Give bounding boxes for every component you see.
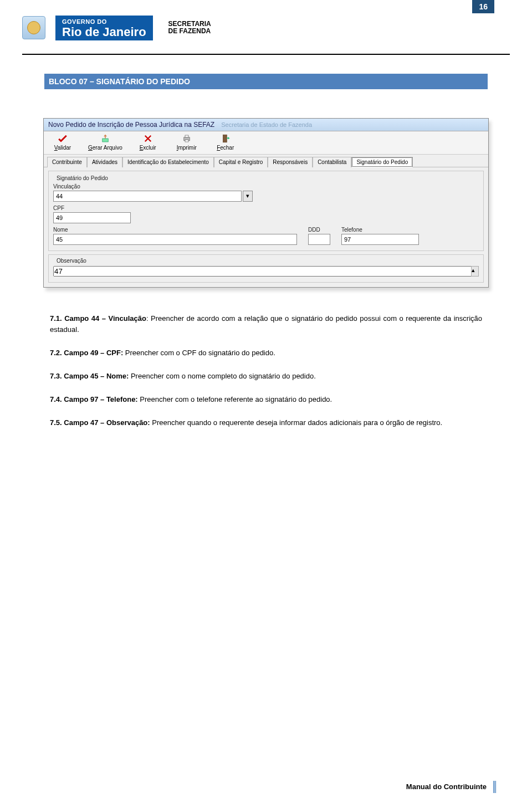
nome-label: Nome [53,227,297,233]
gov-logo-block: GOVERNO DO Rio de Janeiro [55,16,153,40]
delete-icon [143,134,153,144]
svg-rect-2 [185,135,188,137]
cpf-label: CPF [53,205,479,211]
page-number: 16 [472,0,494,13]
tab-contribuinte[interactable]: Contribuinte [47,157,87,167]
p3-rest: Preencher com o nome completo do signatá… [129,372,315,380]
chevron-down-icon[interactable]: ▾ [243,191,253,202]
imprimir-label: Imprimir [177,145,197,151]
observacao-legend: Observação [54,258,89,264]
section-title: BLOCO 07 – SIGNATÁRIO DO PEDIDO [44,74,488,89]
observacao-field[interactable] [53,266,472,277]
paragraph-7-4: 7.4. Campo 97 – Telefone: Preencher com … [50,394,482,405]
vinculacao-select[interactable] [53,191,242,202]
secretariat-line2: DE FAZENDA [168,28,211,35]
svg-rect-0 [103,139,109,142]
vinculacao-label: Vinculação [53,183,479,190]
header-rule [22,54,510,55]
excluir-button[interactable]: Excluir [135,134,161,151]
footer-stripes-icon [493,781,497,793]
cpf-field[interactable] [53,212,131,223]
fechar-button[interactable]: Fechar [212,134,239,151]
telefone-field[interactable] [341,234,419,245]
paragraph-7-3: 7.3. Campo 45 – Nome: Preencher com o no… [50,371,482,382]
p3-bold: 7.3. Campo 45 – Nome: [50,372,129,380]
state-crest-icon [22,16,45,39]
scrollbar-icon[interactable]: ▴ [471,266,479,277]
svg-rect-3 [185,140,188,142]
tab-responsaveis[interactable]: Responsáveis [268,157,313,167]
p5-rest: Preencher quando o requerente deseja inf… [150,418,443,427]
window-tabs: Contribuinte Atividades Identificação do… [44,155,488,167]
excluir-label: Excluir [140,145,156,151]
p5-bold: 7.5. Campo 47 – Observação: [50,418,150,427]
tab-contabilista[interactable]: Contabilista [313,157,351,167]
nome-field[interactable] [53,234,297,245]
tab-atividades[interactable]: Atividades [87,157,122,167]
telefone-label: Telefone [341,227,419,233]
signatario-groupbox: Signatário do Pedido Vinculação ▾ CPF No… [48,171,484,251]
p1-bold: 7.1. Campo 44 – Vinculação [50,314,146,323]
document-header: GOVERNO DO Rio de Janeiro SECRETARIA DE … [22,16,510,40]
validar-button[interactable]: Validar [49,134,76,151]
print-icon [182,134,192,144]
ddd-label: DDD [308,227,330,233]
secretariat-block: SECRETARIA DE FAZENDA [168,21,211,36]
p2-rest: Preencher com o CPF do signatário do ped… [123,349,275,357]
check-icon [58,134,68,144]
paragraph-7-5: 7.5. Campo 47 – Observação: Preencher qu… [50,417,482,428]
groupbox-legend: Signatário do Pedido [54,175,110,181]
tab-signatario[interactable]: Signatário do Pedido [351,157,413,167]
p4-rest: Preencher com o telefone referente ao si… [138,395,332,403]
tab-identificacao[interactable]: Identificação do Estabelecimento [122,157,214,167]
observacao-groupbox: Observação ▴ [48,254,484,283]
ddd-field[interactable] [308,234,330,245]
validar-label: Validar [54,145,71,151]
fechar-label: Fechar [217,145,234,151]
tab-capital[interactable]: Capital e Registro [214,157,268,167]
gov-line2: Rio de Janeiro [62,25,146,38]
window-title: Novo Pedido de Inscrição de Pessoa Juríd… [48,121,214,129]
gerar-arquivo-button[interactable]: Gerar Arquivo [88,134,122,151]
door-icon [221,134,231,144]
paragraph-7-2: 7.2. Campo 49 – CPF: Preencher com o CPF… [50,347,482,359]
window-titlebar: Novo Pedido de Inscrição de Pessoa Juríd… [44,119,488,131]
paragraph-7-1: 7.1. Campo 44 – Vinculação: Preencher de… [50,313,482,335]
imprimir-button[interactable]: Imprimir [173,134,200,151]
body-text: 7.1. Campo 44 – Vinculação: Preencher de… [50,313,482,429]
p2-bold: 7.2. Campo 49 – CPF: [50,349,123,357]
footer-text: Manual do Contribuinte [406,782,490,791]
export-icon [100,134,110,144]
gerar-label: Gerar Arquivo [88,145,122,151]
window-subtitle: Secretaria de Estado de Fazenda [221,121,312,128]
legacy-window: Novo Pedido de Inscrição de Pessoa Juríd… [43,118,489,288]
svg-rect-4 [223,135,227,142]
secretariat-line1: SECRETARIA [168,21,211,28]
window-toolbar: Validar Gerar Arquivo Excluir Imprimir F… [44,131,488,155]
gov-line1: GOVERNO DO [62,19,146,25]
p4-bold: 7.4. Campo 97 – Telefone: [50,395,138,403]
